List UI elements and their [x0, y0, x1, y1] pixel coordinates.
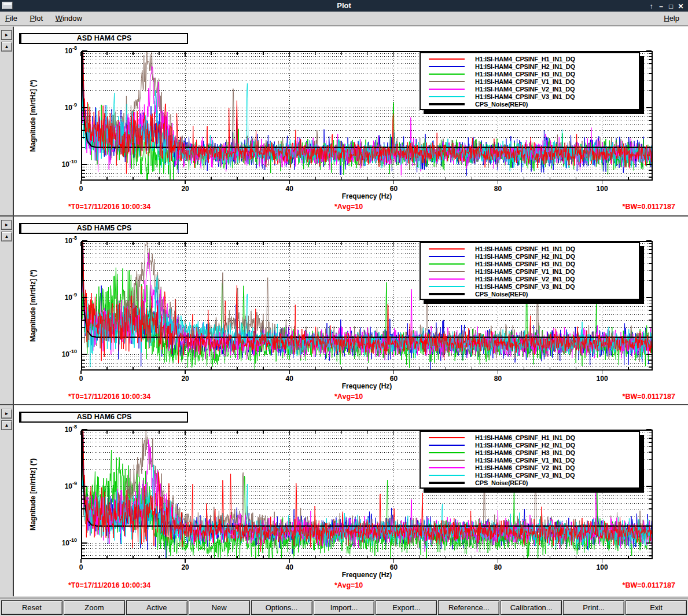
legend-swatch — [429, 452, 465, 453]
legend-row: H1:ISI-HAM6_CPSINF_V2_IN1_DQ — [421, 464, 639, 471]
legend-swatch — [429, 475, 465, 476]
legend-row: H1:ISI-HAM6_CPSINF_H2_IN1_DQ — [421, 441, 639, 449]
plot-panel-1: ►▲ASD HAM4 CPS02040608010010-810-910-10M… — [0, 27, 688, 215]
svg-text:100: 100 — [597, 375, 608, 383]
button-reset[interactable]: Reset — [1, 600, 62, 615]
svg-text:10-10: 10-10 — [62, 537, 77, 547]
svg-text:0: 0 — [79, 375, 83, 383]
app-icon[interactable] — [2, 2, 13, 9]
legend-row: H1:ISI-HAM4_CPSINF_V3_IN1_DQ — [421, 93, 639, 100]
svg-text:10-9: 10-9 — [65, 481, 77, 490]
legend-row: H1:ISI-HAM4_CPSINF_H3_IN1_DQ — [421, 70, 639, 78]
status-avg: *Avg=10 — [334, 393, 363, 401]
close-button[interactable]: ✕ — [676, 1, 686, 12]
legend-label: H1:ISI-HAM4_CPSINF_H2_IN1_DQ — [475, 63, 575, 70]
svg-text:10-9: 10-9 — [65, 102, 77, 112]
minimize-button[interactable]: – — [656, 1, 666, 12]
button-active[interactable]: Active — [126, 600, 187, 615]
legend-swatch — [429, 467, 465, 468]
svg-text:10-8: 10-8 — [65, 45, 77, 55]
legend: H1:ISI-HAM5_CPSINF_H1_IN1_DQH1:ISI-HAM5_… — [420, 242, 640, 300]
svg-text:20: 20 — [181, 563, 189, 571]
legend-row: H1:ISI-HAM4_CPSINF_H2_IN1_DQ — [421, 63, 639, 70]
svg-text:20: 20 — [181, 185, 189, 193]
menubar: File Plot Window Help — [0, 12, 688, 26]
svg-text:10-9: 10-9 — [65, 292, 77, 302]
svg-text:100: 100 — [597, 563, 608, 571]
button-zoom[interactable]: Zoom — [64, 600, 125, 615]
svg-text:60: 60 — [390, 185, 398, 193]
plot-panel-2: ►▲ASD HAM5 CPS02040608010010-810-910-10M… — [0, 215, 688, 404]
svg-text:0: 0 — [79, 185, 83, 193]
svg-text:60: 60 — [390, 375, 398, 383]
legend-swatch — [429, 81, 465, 82]
legend-swatch — [429, 278, 465, 280]
svg-text:40: 40 — [286, 563, 294, 571]
legend-row: H1:ISI-HAM4_CPSINF_V1_IN1_DQ — [421, 78, 639, 85]
window-title: Plot — [0, 0, 688, 12]
legend-label: CPS_Noise(REF0) — [475, 101, 528, 108]
svg-text:10-10: 10-10 — [62, 349, 77, 358]
svg-text:80: 80 — [494, 563, 502, 571]
button-print[interactable]: Print... — [563, 600, 624, 615]
legend-row: H1:ISI-HAM4_CPSINF_H1_IN1_DQ — [421, 55, 639, 63]
menu-help[interactable]: Help — [658, 12, 685, 25]
legend-row: CPS_Noise(REF0) — [421, 100, 639, 108]
menu-plot[interactable]: Plot — [25, 12, 48, 25]
status-avg: *Avg=10 — [334, 203, 363, 211]
legend-row: H1:ISI-HAM6_CPSINF_H1_IN1_DQ — [421, 434, 639, 441]
legend-label: H1:ISI-HAM5_CPSINF_V2_IN1_DQ — [475, 276, 575, 283]
legend-swatch — [429, 248, 465, 250]
x-axis-label: Frequency (Hz) — [81, 192, 653, 200]
svg-text:20: 20 — [181, 375, 189, 383]
maximize-button[interactable]: □ — [666, 1, 676, 12]
svg-text:80: 80 — [494, 375, 502, 383]
legend-swatch — [429, 74, 465, 75]
legend-label: H1:ISI-HAM6_CPSINF_H3_IN1_DQ — [475, 449, 575, 456]
menu-window[interactable]: Window — [50, 12, 87, 25]
titlebar[interactable]: Plot ↑–□✕ — [0, 0, 688, 12]
legend-label: H1:ISI-HAM6_CPSINF_V3_IN1_DQ — [475, 472, 575, 479]
menu-file[interactable]: File — [0, 12, 23, 25]
legend-row: CPS_Noise(REF0) — [421, 290, 639, 298]
legend-swatch — [429, 460, 465, 461]
svg-text:100: 100 — [597, 185, 608, 193]
y-axis-label: Magnitude [m/rtHz] (*) — [29, 270, 37, 342]
button-new[interactable]: New — [189, 600, 250, 615]
button-exit[interactable]: Exit — [626, 600, 687, 615]
svg-text:40: 40 — [286, 375, 294, 383]
button-export[interactable]: Export... — [376, 600, 437, 615]
legend-label: CPS_Noise(REF0) — [475, 291, 528, 298]
legend-swatch — [429, 58, 465, 60]
button-options[interactable]: Options... — [251, 600, 312, 615]
legend-row: H1:ISI-HAM5_CPSINF_V3_IN1_DQ — [421, 283, 639, 290]
status-t0: *T0=17/11/2016 10:00:34 — [68, 581, 150, 589]
legend-label: H1:ISI-HAM5_CPSINF_H3_IN1_DQ — [475, 261, 575, 267]
legend-swatch — [429, 263, 465, 265]
svg-text:40: 40 — [286, 185, 294, 193]
window-controls: ↑–□✕ — [646, 0, 686, 12]
button-import[interactable]: Import... — [314, 600, 375, 615]
legend-label: CPS_Noise(REF0) — [475, 479, 528, 486]
button-calibration[interactable]: Calibration... — [501, 600, 562, 615]
plot-panel-3: ►▲ASD HAM6 CPS02040608010010-810-910-10M… — [0, 404, 688, 596]
x-axis-label: Frequency (Hz) — [81, 382, 653, 390]
status-t0: *T0=17/11/2016 10:00:34 — [68, 203, 150, 211]
shade-button[interactable]: ↑ — [646, 1, 656, 12]
button-reference[interactable]: Reference... — [438, 600, 499, 615]
svg-text:10-8: 10-8 — [65, 235, 77, 245]
y-axis-label: Magnitude [m/rtHz] (*) — [29, 80, 37, 152]
legend: H1:ISI-HAM4_CPSINF_H1_IN1_DQH1:ISI-HAM4_… — [420, 52, 640, 110]
legend-label: H1:ISI-HAM4_CPSINF_H3_IN1_DQ — [475, 71, 575, 78]
legend-swatch — [429, 256, 465, 257]
legend-row: H1:ISI-HAM4_CPSINF_V2_IN1_DQ — [421, 85, 639, 93]
legend-label: H1:ISI-HAM6_CPSINF_V1_IN1_DQ — [475, 457, 575, 464]
status-bw: *BW=0.0117187 — [623, 203, 675, 211]
legend-label: H1:ISI-HAM4_CPSINF_V2_IN1_DQ — [475, 86, 575, 93]
legend-label: H1:ISI-HAM4_CPSINF_V3_IN1_DQ — [475, 93, 575, 100]
legend-label: H1:ISI-HAM4_CPSINF_V1_IN1_DQ — [475, 78, 575, 85]
legend-row: H1:ISI-HAM5_CPSINF_H2_IN1_DQ — [421, 252, 639, 260]
legend-row: H1:ISI-HAM5_CPSINF_V1_IN1_DQ — [421, 267, 639, 275]
legend-swatch — [429, 96, 465, 97]
legend-swatch — [429, 66, 465, 67]
